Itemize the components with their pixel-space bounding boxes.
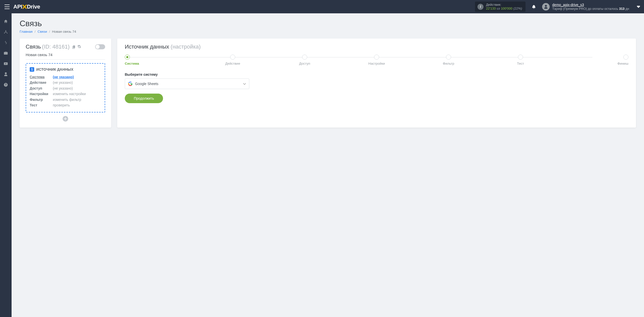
sidebar-item-tools[interactable] [0,48,12,58]
sidebar-item-billing[interactable] [0,37,12,48]
step-3[interactable]: Настройки [341,55,413,65]
connection-id: (ID: 48161) [42,44,70,50]
avatar [542,3,550,11]
add-destination-button[interactable] [63,116,68,122]
source-props: Система(не указано)Действие(не указано)Д… [30,74,101,108]
connection-card: Связь (ID: 48161) Новая связь 74 1 ИСТОЧ… [20,38,111,128]
user-menu[interactable]: demo_apix-drive_s3 Тариф |Премиум PRO| д… [542,3,629,11]
sidebar-item-video[interactable] [0,59,12,69]
system-select[interactable]: Google Sheets [125,78,249,89]
help-icon [4,83,8,87]
source-number-badge: 1 [30,67,34,72]
config-card: Источник данных (настройка) СистемаДейст… [117,38,636,128]
step-0[interactable]: Система [125,55,197,65]
prop-value: проверить [53,102,70,108]
prop-key: Тест [30,102,49,108]
prop-key: Настройки [30,91,49,97]
sidebar-item-connections[interactable] [0,27,12,37]
actions-of: из [497,7,500,10]
breadcrumb-sep: / [49,30,50,33]
prop-key: Система [30,74,49,80]
connections-icon [4,30,8,34]
step-label: Финиш [617,62,628,65]
notifications-button[interactable] [531,4,537,10]
step-dot [302,55,307,60]
prop-value: изменить настройки [53,91,86,97]
prop-value: (не указано) [53,86,73,91]
tariff-suffix: дн [625,7,629,11]
menu-icon [5,5,10,9]
source-prop-row[interactable]: Фильтризменить фильтр [30,97,101,102]
step-label: Фильтр [443,62,454,65]
info-icon: i [477,4,484,10]
step-dot [446,55,451,60]
account-icon [4,72,8,76]
step-5[interactable]: Тест [485,55,556,65]
sidebar-item-account[interactable] [0,69,12,79]
sidebar-item-help[interactable] [0,80,12,90]
breadcrumb-sep: / [34,30,35,33]
copy-icon[interactable] [72,45,76,49]
breadcrumb-current: Новая связь 74 [52,30,76,33]
prop-key: Фильтр [30,97,49,102]
logo-prefix: API [13,4,22,10]
actions-total: 100'000 [501,7,512,10]
plus-icon [64,117,67,120]
continue-button[interactable]: Продолжить [125,94,163,103]
source-prop-row[interactable]: Доступ(не указано) [30,86,101,91]
breadcrumb: Главная / Связи / Новая связь 74 [20,30,636,33]
actions-label: Действия: [486,3,522,7]
logo[interactable]: API ✕ Drive [13,3,40,11]
prop-value: изменить фильтр [53,97,81,102]
step-4[interactable]: Фильтр [413,55,485,65]
sidebar [0,13,12,317]
system-select-value: Google Sheets [135,82,158,86]
breadcrumb-connections[interactable]: Связи [37,30,47,33]
source-title: ИСТОЧНИК ДАННЫХ [36,67,73,71]
sidebar-item-home[interactable] [0,16,12,26]
layout: Связь Главная / Связи / Новая связь 74 С… [0,13,644,317]
connection-header: Связь (ID: 48161) [26,44,105,50]
breadcrumb-home[interactable]: Главная [20,30,32,33]
enable-toggle[interactable] [95,44,105,49]
tariff-prefix: Тариф |Премиум PRO| до оплаты осталось [552,7,619,11]
actions-percent: (22%) [513,7,522,10]
step-label: Система [125,62,139,65]
system-field-label: Выберите систему [125,72,628,76]
step-dot [518,55,523,60]
connection-header-icons [72,45,81,49]
source-prop-row[interactable]: Система(не указано) [30,74,101,80]
menu-toggle-button[interactable] [4,4,10,10]
prop-value: (не указано) [53,80,73,85]
logo-suffix: Drive [27,4,40,10]
prop-key: Действие [30,80,49,85]
config-title-sub: (настройка) [171,44,200,50]
step-1[interactable]: Действие [197,55,269,65]
user-meta: demo_apix-drive_s3 Тариф |Премиум PRO| д… [552,3,629,11]
main-row: Связь (ID: 48161) Новая связь 74 1 ИСТОЧ… [20,38,636,128]
step-6[interactable]: Финиш [556,55,628,65]
source-header: 1 ИСТОЧНИК ДАННЫХ [30,67,101,72]
content: Связь Главная / Связи / Новая связь 74 С… [12,13,644,317]
logo-x: ✕ [22,3,27,11]
google-sheets-icon [128,82,133,86]
gear-icon[interactable] [77,45,81,49]
bell-icon [532,5,536,9]
source-prop-row[interactable]: Действие(не указано) [30,80,101,85]
connection-name: Новая связь 74 [26,53,105,60]
source-prop-row[interactable]: Настройкиизменить настройки [30,91,101,97]
config-title-main: Источник данных [125,44,171,50]
step-2[interactable]: Доступ [269,55,341,65]
source-box: 1 ИСТОЧНИК ДАННЫХ Система(не указано)Дей… [26,63,105,112]
step-label: Действие [225,62,240,65]
home-icon [4,19,8,24]
tariff-days: 313 [619,7,625,11]
user-icon [544,5,548,9]
step-label: Тест [517,62,524,65]
actions-counter[interactable]: i Действия: 22'133 из 100'000 (22%) [475,2,526,12]
chevron-down-icon [637,6,640,8]
source-prop-row[interactable]: Тестпроверить [30,102,101,108]
user-menu-chevron[interactable] [632,5,640,9]
step-dot [230,55,235,60]
prop-value: (не указано) [53,74,74,80]
